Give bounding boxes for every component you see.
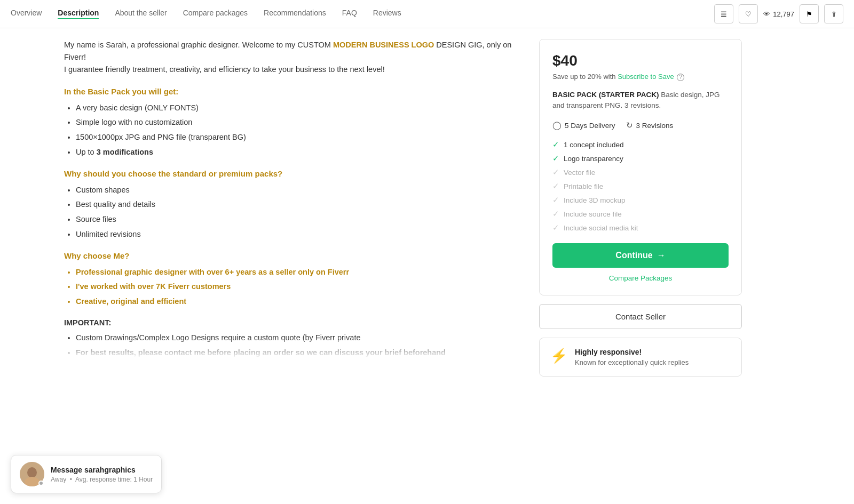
count-value: 12,797 — [773, 10, 794, 18]
continue-button[interactable]: Continue → — [552, 243, 729, 268]
delivery-meta: ◯ 5 Days Delivery — [552, 121, 615, 130]
feature-printable: ✓ Printable file — [552, 181, 729, 191]
feature-social-media: ✓ Include social media kit — [552, 223, 729, 233]
list-item: 1500×1000px JPG and PNG file (transparen… — [76, 132, 518, 143]
important-label: IMPORTANT: — [64, 318, 518, 327]
main-layout: My name is Sarah, a professional graphic… — [53, 28, 801, 377]
basic-pack-list: A very basic design (ONLY FONTS) Simple … — [64, 102, 518, 158]
info-icon[interactable]: ? — [677, 74, 684, 81]
package-card: $40 Save up to 20% with Subscribe to Sav… — [539, 39, 742, 295]
why-me-title: Why choose Me? — [64, 251, 518, 260]
list-item: For best results, please contact me befo… — [76, 347, 518, 359]
feature-concept: ✓ 1 concept included — [552, 140, 729, 149]
feature-vector: ✓ Vector file — [552, 167, 729, 177]
feature-transparency: ✓ Logo transparency — [552, 154, 729, 163]
list-item: A very basic design (ONLY FONTS) — [76, 102, 518, 114]
responsive-title: Highly responsive! — [575, 348, 689, 356]
lightning-icon: ⚡ — [550, 348, 567, 364]
delivery-label: 5 Days Delivery — [565, 122, 615, 130]
top-nav: Overview Description About the seller Co… — [0, 0, 854, 28]
package-description: BASIC PACK (STARTER PACK) Basic design, … — [552, 90, 729, 111]
nav-compare-packages[interactable]: Compare packages — [183, 9, 248, 19]
check-icon: ✓ — [552, 181, 559, 191]
nav-links: Overview Description About the seller Co… — [11, 9, 401, 19]
why-me-list: Professional graphic designer with over … — [64, 267, 518, 308]
arrow-icon: → — [657, 251, 666, 260]
subscribe-link[interactable]: Subscribe to Save — [618, 73, 674, 81]
intro-text-1: My name is Sarah, a professional graphic… — [64, 41, 333, 49]
list-item: I've worked with over 7K Fiverr customer… — [76, 281, 518, 293]
flag-button[interactable]: ⚑ — [800, 4, 819, 23]
menu-icon: ☰ — [721, 10, 727, 18]
nav-overview[interactable]: Overview — [11, 9, 42, 19]
share-button[interactable]: ⇧ — [824, 4, 843, 23]
revisions-meta: ↻ 3 Revisions — [626, 121, 674, 130]
list-item: Custom shapes — [76, 185, 518, 196]
sidebar: $40 Save up to 20% with Subscribe to Sav… — [539, 39, 742, 377]
why-standard-list: Custom shapes Best quality and details S… — [64, 185, 518, 241]
check-icon: ✓ — [552, 195, 559, 205]
menu-button[interactable]: ☰ — [714, 4, 733, 23]
flag-icon: ⚑ — [806, 10, 812, 18]
package-meta: ◯ 5 Days Delivery ↻ 3 Revisions — [552, 121, 729, 130]
favorite-button[interactable]: ♡ — [739, 4, 758, 23]
check-icon: ✓ — [552, 140, 559, 149]
features-list: ✓ 1 concept included ✓ Logo transparency… — [552, 140, 729, 233]
feature-3d-mockup: ✓ Include 3D mockup — [552, 195, 729, 205]
nav-about-seller[interactable]: About the seller — [115, 9, 167, 19]
list-item: Source files — [76, 214, 518, 226]
subscribe-save: Save up to 20% with Subscribe to Save ? — [552, 73, 729, 81]
list-item: Custom Drawings/Complex Logo Designs req… — [76, 332, 518, 344]
list-item: Simple logo with no customization — [76, 117, 518, 129]
package-price: $40 — [552, 52, 729, 69]
basic-pack-title: In the Basic Pack you will get: — [64, 87, 518, 96]
view-count: 👁 12,797 — [763, 10, 794, 18]
eye-icon: 👁 — [763, 10, 770, 18]
continue-label: Continue — [615, 251, 652, 260]
content-area: My name is Sarah, a professional graphic… — [64, 39, 518, 377]
responsive-text: Highly responsive! Known for exceptional… — [575, 348, 689, 366]
nav-recommendations[interactable]: Recommendations — [264, 9, 326, 19]
share-icon: ⇧ — [831, 10, 837, 18]
list-item: Up to 3 modifications — [76, 147, 518, 158]
nav-reviews[interactable]: Reviews — [373, 9, 401, 19]
feature-source-file: ✓ Include source file — [552, 209, 729, 219]
list-item: Professional graphic designer with over … — [76, 267, 518, 278]
check-icon: ✓ — [552, 154, 559, 163]
check-icon: ✓ — [552, 209, 559, 219]
important-section: Custom Drawings/Complex Logo Designs req… — [64, 332, 518, 359]
check-icon: ✓ — [552, 167, 559, 177]
check-icon: ✓ — [552, 223, 559, 233]
clock-icon: ◯ — [552, 121, 562, 130]
nav-faq[interactable]: FAQ — [342, 9, 357, 19]
intro-text-3: I guarantee friendly treatment, creativi… — [64, 65, 385, 74]
responsive-subtitle: Known for exceptionally quick replies — [575, 358, 689, 366]
responsive-card: ⚡ Highly responsive! Known for exception… — [539, 338, 742, 377]
compare-packages-link[interactable]: Compare Packages — [552, 274, 729, 282]
contact-seller-button[interactable]: Contact Seller — [539, 304, 742, 329]
save-text: Save up to 20% with — [552, 73, 618, 81]
list-item: Unlimited revisions — [76, 229, 518, 241]
refresh-icon: ↻ — [626, 121, 633, 130]
intro-highlight: MODERN BUSINESS LOGO — [333, 41, 434, 49]
pack-name: BASIC PACK (STARTER PACK) — [552, 91, 659, 99]
nav-description[interactable]: Description — [58, 9, 99, 19]
important-list: Custom Drawings/Complex Logo Designs req… — [64, 332, 518, 359]
why-standard-title: Why should you choose the standard or pr… — [64, 169, 518, 178]
revisions-label: 3 Revisions — [636, 122, 674, 130]
nav-actions: ☰ ♡ 👁 12,797 ⚑ ⇧ — [714, 4, 843, 23]
list-item: Best quality and details — [76, 199, 518, 211]
heart-icon: ♡ — [745, 10, 752, 18]
intro-paragraph: My name is Sarah, a professional graphic… — [64, 39, 518, 76]
list-item: Creative, original and efficient — [76, 296, 518, 308]
